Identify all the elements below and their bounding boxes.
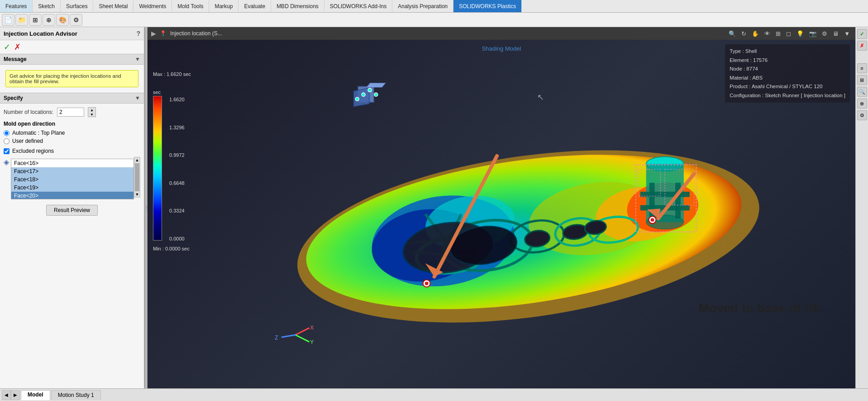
toolbar: 📄 📁 ⊞ ⊕ 🎨 ⚙ <box>0 13 868 27</box>
svg-text:X: X <box>310 325 314 331</box>
spinner-down-button[interactable]: ▼ <box>88 112 95 117</box>
model-3d-svg: Moved to base of rib X <box>148 40 855 388</box>
edge-btn-4[interactable]: ⊕ <box>857 99 867 109</box>
message-section-content: Get advice for placing the injection loc… <box>0 65 144 93</box>
radio-automatic-row: Automatic : Top Plane <box>4 130 140 136</box>
toolbar-btn-4[interactable]: ⊕ <box>43 14 55 26</box>
svg-text:Y: Y <box>310 339 314 345</box>
menu-mold-tools[interactable]: Mold Tools <box>172 0 209 12</box>
toolbar-btn-3[interactable]: ⊞ <box>29 14 42 26</box>
edge-check-button[interactable]: ✓ <box>857 29 867 39</box>
list-item-face18[interactable]: Face<18> <box>11 175 134 184</box>
result-preview-button[interactable]: Result Preview <box>46 205 98 216</box>
excluded-regions-row: Excluded regions <box>4 148 140 154</box>
menu-weldments[interactable]: Weldments <box>134 0 172 12</box>
svg-text:↖: ↖ <box>537 93 544 102</box>
svg-text:Z: Z <box>275 335 278 341</box>
toolbar-btn-1[interactable]: 📄 <box>2 14 14 26</box>
menu-markup[interactable]: Markup <box>209 0 238 12</box>
svg-rect-43 <box>366 83 386 87</box>
menu-sheet-metal[interactable]: Sheet Metal <box>93 0 134 12</box>
scroll-down-arrow[interactable]: ▼ <box>135 192 139 197</box>
main-layout: Injection Location Advisor ? ✓ ✗ Message… <box>0 27 868 388</box>
menu-sketch[interactable]: Sketch <box>33 0 61 12</box>
svg-point-44 <box>362 93 365 96</box>
list-item-face16[interactable]: Face<16> <box>11 159 134 167</box>
cancel-button[interactable]: ✗ <box>14 42 21 52</box>
edge-btn-2[interactable]: ⊞ <box>857 75 867 85</box>
face-list[interactable]: Face<16> Face<17> Face<18> Face<19> Face… <box>11 159 134 199</box>
rotate-icon[interactable]: ↻ <box>739 29 748 38</box>
more-icon[interactable]: ▼ <box>842 29 852 38</box>
grid-icon: ⊞ <box>33 16 38 24</box>
edge-btn-5[interactable]: ⚙ <box>857 110 867 120</box>
viewport-toolbar: 🔍 ↻ ✋ 👁 ⊞ ◻ 💡 📷 ⚙ 🖥 ▼ <box>727 29 852 38</box>
message-box: Get advice for placing the injection loc… <box>5 70 138 87</box>
menu-mbd[interactable]: MBD Dimensions <box>271 0 324 12</box>
menu-addins[interactable]: SOLIDWORKS Add-Ins <box>324 0 392 12</box>
viewport-arrow-icon: ▶ <box>151 30 156 37</box>
list-item-face20[interactable]: Face<20> <box>11 192 134 199</box>
display-icon[interactable]: ◻ <box>784 29 793 38</box>
scroll-right-button[interactable]: ▶ <box>11 390 20 400</box>
specify-section-header[interactable]: Specify ▼ <box>0 93 144 104</box>
list-item-face17[interactable]: Face<17> <box>11 167 134 175</box>
confirm-button[interactable]: ✓ <box>4 42 10 52</box>
new-icon: 📄 <box>5 16 12 24</box>
settings-icon: ⚙ <box>73 16 79 24</box>
num-locations-spinner: ▲ ▼ <box>88 107 96 117</box>
spinner-up-button[interactable]: ▲ <box>88 108 95 112</box>
num-locations-input[interactable] <box>57 108 84 117</box>
monitor-icon[interactable]: 🖥 <box>831 29 840 38</box>
menu-evaluate[interactable]: Evaluate <box>238 0 271 12</box>
menu-features[interactable]: Features <box>0 0 33 12</box>
list-item-face19[interactable]: Face<19> <box>11 184 134 192</box>
zoom-icon[interactable]: 🔍 <box>727 29 738 38</box>
radio-automatic[interactable] <box>4 130 10 136</box>
radio-user-row: User defined <box>4 138 140 144</box>
menu-analysis[interactable]: Analysis Preparation <box>392 0 453 12</box>
edge-x-button[interactable]: ✗ <box>857 41 867 51</box>
injection-icon: 📍 <box>160 30 167 37</box>
svg-point-45 <box>355 97 359 101</box>
message-section-header[interactable]: Message ▼ <box>0 54 144 65</box>
toolbar-btn-5[interactable]: 🎨 <box>56 14 69 26</box>
help-icon[interactable]: ? <box>136 30 140 37</box>
radio-user-label: User defined <box>12 138 43 144</box>
view-icon[interactable]: 👁 <box>763 29 772 38</box>
toolbar-btn-2[interactable]: 📁 <box>15 14 28 26</box>
svg-line-49 <box>296 335 309 342</box>
list-scrollbar[interactable]: ▲ ▼ <box>134 157 140 198</box>
menu-plastics[interactable]: SOLIDWORKS Plastics <box>453 0 522 12</box>
camera-icon[interactable]: 📷 <box>807 29 818 38</box>
specify-section-label: Specify <box>4 95 23 101</box>
scroll-left-button[interactable]: ◀ <box>2 390 11 400</box>
specify-collapse-icon: ▼ <box>135 95 140 101</box>
tab-motion-study[interactable]: Motion Study 1 <box>51 390 101 400</box>
viewport-3d[interactable]: Shading Model Max : 1.6620 sec Min : 0.0… <box>148 40 855 388</box>
scroll-up-arrow[interactable]: ▲ <box>135 158 139 162</box>
grid2-icon[interactable]: ⊞ <box>774 29 782 38</box>
message-text: Get advice for placing the injection loc… <box>10 73 121 84</box>
pan-icon[interactable]: ✋ <box>750 29 761 38</box>
face-list-container: ◈ Face<16> Face<17> Face<18> Face<19> Fa… <box>4 157 140 201</box>
toolbar-btn-6[interactable]: ⚙ <box>70 14 82 26</box>
menu-bar: Features Sketch Surfaces Sheet Metal Wel… <box>0 0 868 13</box>
specify-section-content: Number of locations: ▲ ▼ Mold open direc… <box>0 104 144 223</box>
svg-text:Moved to base of rib: Moved to base of rib <box>699 301 820 315</box>
scroll-thumb[interactable] <box>135 163 139 191</box>
edge-btn-1[interactable]: ≡ <box>857 63 867 73</box>
num-locations-label: Number of locations: <box>4 109 53 115</box>
tab-model[interactable]: Model <box>21 390 50 400</box>
edge-btn-3[interactable]: 🔍 <box>857 87 867 97</box>
color-icon: 🎨 <box>59 16 67 24</box>
viewport: ▶ 📍 Injection location (S... 🔍 ↻ ✋ 👁 ⊞ ◻… <box>148 27 855 388</box>
light-icon[interactable]: 💡 <box>795 29 806 38</box>
solid-icon: ◈ <box>4 158 9 166</box>
excluded-regions-checkbox[interactable] <box>4 148 10 154</box>
svg-point-35 <box>651 218 654 222</box>
svg-line-48 <box>296 328 309 335</box>
radio-user-defined[interactable] <box>4 138 10 144</box>
section-icon[interactable]: ⚙ <box>820 29 829 38</box>
menu-surfaces[interactable]: Surfaces <box>61 0 93 12</box>
